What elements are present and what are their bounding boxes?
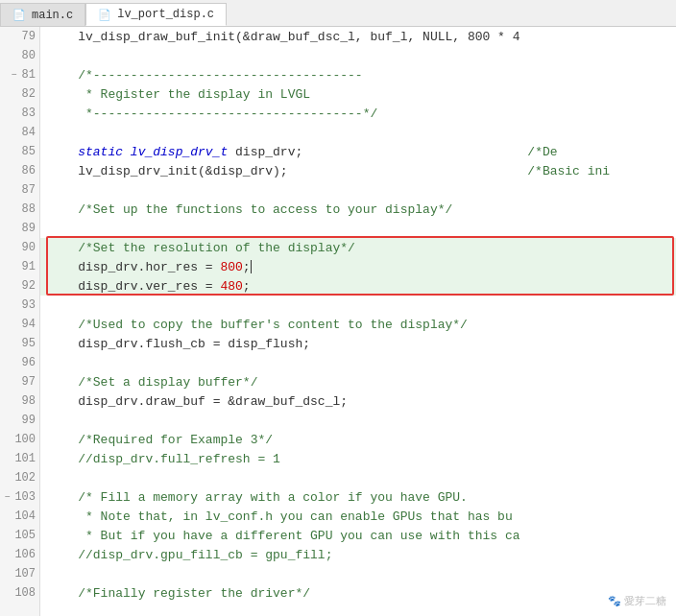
ln-108: 108 (0, 583, 39, 603)
tab-label: main.c (32, 9, 73, 22)
tab-bar: 📄 main.c 📄 lv_port_disp.c (0, 0, 676, 27)
ln-91: 91 (0, 257, 39, 276)
code-line-107 (40, 564, 676, 583)
ln-84: 84 (0, 123, 39, 142)
code-line-88: /*Set up the functions to access to your… (40, 200, 676, 219)
ln-105: 105 (0, 526, 39, 545)
code-line-105: * But if you have a different GPU you ca… (40, 526, 676, 545)
code-line-80 (40, 46, 676, 65)
code-line-89 (40, 219, 676, 238)
cursor (251, 260, 252, 273)
ln-80: 80 (0, 46, 39, 65)
ln-93: 93 (0, 296, 39, 315)
code-line-93 (40, 296, 676, 315)
code-line-108: /*Finally register the driver*/ (40, 583, 676, 603)
ln-89: 89 (0, 219, 39, 238)
code-line-96 (40, 353, 676, 372)
ln-90: 90 (0, 238, 39, 257)
code-line-92: disp_drv.ver_res = 480; (40, 276, 676, 296)
tab-label-active: lv_port_disp.c (117, 8, 214, 21)
code-line-87 (40, 180, 676, 200)
ln-97: 97 (0, 372, 39, 391)
code-line-82: * Register the display in LVGL (40, 84, 676, 104)
ln-106: 106 (0, 545, 39, 564)
tab-main-c[interactable]: 📄 main.c (0, 3, 85, 26)
ln-98: 98 (0, 391, 39, 411)
file-icon-active: 📄 (98, 9, 111, 21)
ln-92: 92 (0, 276, 39, 296)
code-line-94: /*Used to copy the buffer's content to t… (40, 315, 676, 334)
code-line-81: /*------------------------------------ (40, 65, 676, 84)
editor-container: 79 80 −81 82 83 84 85 86 87 88 89 90 91 … (0, 27, 676, 616)
code-line-86: lv_disp_drv_init(&disp_drv); /*Basic ini (40, 161, 676, 180)
code-line-85: static lv_disp_drv_t disp_drv; /*De (40, 142, 676, 161)
code-line-84 (40, 123, 676, 142)
ln-86: 86 (0, 161, 39, 180)
code-line-104: * Note that, in lv_conf.h you can enable… (40, 507, 676, 526)
ln-101: 101 (0, 449, 39, 468)
code-line-103: /* Fill a memory array with a color if y… (40, 487, 676, 507)
code-line-100: /*Required for Example 3*/ (40, 430, 676, 449)
code-line-90: /*Set the resolution of the display*/ (40, 238, 676, 257)
code-line-101: //disp_drv.full_refresh = 1 (40, 449, 676, 468)
code-line-79: lv_disp_draw_buf_init(&draw_buf_dsc_l, b… (40, 27, 676, 46)
ln-107: 107 (0, 564, 39, 583)
code-line-83: *------------------------------------*/ (40, 104, 676, 123)
code-line-98: disp_drv.draw_buf = &draw_buf_dsc_l; (40, 391, 676, 411)
code-line-91: disp_drv.hor_res = 800; (40, 257, 676, 276)
ln-100: 100 (0, 430, 39, 449)
ln-95: 95 (0, 334, 39, 353)
ln-85: 85 (0, 142, 39, 161)
app-window: 📄 main.c 📄 lv_port_disp.c 79 80 −81 82 8… (0, 0, 676, 616)
code-line-99 (40, 411, 676, 430)
ln-87: 87 (0, 180, 39, 200)
ln-104: 104 (0, 507, 39, 526)
ln-79: 79 (0, 27, 39, 46)
ln-83: 83 (0, 104, 39, 123)
ln-81: −81 (0, 65, 39, 84)
line-numbers: 79 80 −81 82 83 84 85 86 87 88 89 90 91 … (0, 27, 40, 616)
code-line-106: //disp_drv.gpu_fill_cb = gpu_fill; (40, 545, 676, 564)
ln-96: 96 (0, 353, 39, 372)
code-line-102 (40, 468, 676, 487)
code-area[interactable]: lv_disp_draw_buf_init(&draw_buf_dsc_l, b… (40, 27, 676, 616)
code-line-97: /*Set a display buffer*/ (40, 372, 676, 391)
code-line-95: disp_drv.flush_cb = disp_flush; (40, 334, 676, 353)
ln-82: 82 (0, 84, 39, 104)
ln-99: 99 (0, 411, 39, 430)
file-icon: 📄 (12, 9, 26, 21)
ln-102: 102 (0, 468, 39, 487)
ln-94: 94 (0, 315, 39, 334)
ln-88: 88 (0, 200, 39, 219)
ln-103: −103 (0, 487, 39, 507)
tab-lv-port-disp-c[interactable]: 📄 lv_port_disp.c (85, 3, 227, 26)
